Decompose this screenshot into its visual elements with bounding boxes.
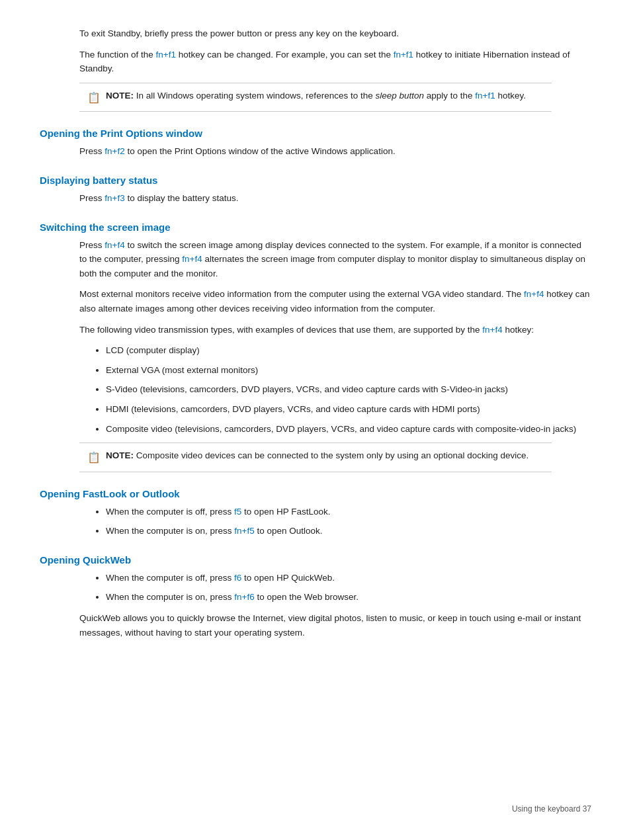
quickweb-bullets: When the computer is off, press f6 to op… — [40, 571, 591, 605]
fnf4-link-4[interactable]: fn+f4 — [482, 325, 502, 335]
note-text-3: hotkey. — [495, 91, 526, 101]
screen-image-para1: Press fn+f4 to switch the screen image a… — [40, 238, 591, 281]
list-item: External VGA (most external monitors) — [106, 363, 591, 378]
fnf2-link[interactable]: fn+f2 — [105, 146, 124, 156]
note-box-standby: 📋 NOTE: In all Windows operating system … — [79, 83, 552, 112]
qw-b1-2: to open HP QuickWeb. — [241, 573, 335, 583]
function-text: The function of the fn+f1 hotkey can be … — [40, 48, 591, 76]
battery-body-1: Press — [79, 193, 105, 203]
print-options-body: Press fn+f2 to open the Print Options wi… — [40, 144, 591, 159]
fl-b2-2: to open Outlook. — [255, 526, 323, 536]
print-body-1: Press — [79, 146, 105, 156]
fnf1-link-2[interactable]: fn+f1 — [394, 50, 413, 60]
function-text-1: The function of the — [79, 50, 156, 60]
note-italic: sleep button — [375, 91, 424, 101]
fl-b1-2: to open HP FastLook. — [241, 507, 330, 517]
si-p1-1: Press — [79, 240, 105, 250]
f6-link[interactable]: f6 — [234, 573, 241, 583]
si-p3-2: hotkey: — [503, 325, 534, 335]
print-body-2: to open the Print Options window of the … — [125, 146, 396, 156]
qw-b1-1: When the computer is off, press — [106, 573, 234, 583]
fastlook-bullets: When the computer is off, press f5 to op… — [40, 505, 591, 538]
standby-text: To exit Standby, briefly press the power… — [40, 26, 591, 41]
print-options-heading: Opening the Print Options window — [40, 128, 591, 139]
fastlook-heading: Opening FastLook or Outlook — [40, 488, 591, 499]
note-box-composite: 📋 NOTE: Composite video devices can be c… — [79, 442, 552, 472]
note-text-1: In all Windows operating system windows,… — [136, 91, 376, 101]
fl-b2-1: When the computer is on, press — [106, 526, 234, 536]
fastlook-bullet-2: When the computer is on, press fn+f5 to … — [106, 524, 591, 538]
qw-b2-2: to open the Web browser. — [255, 592, 358, 602]
fnf1-link-1[interactable]: fn+f1 — [156, 50, 176, 60]
list-item: LCD (computer display) — [106, 343, 591, 358]
note-icon: 📋 — [87, 89, 101, 106]
battery-heading: Displaying battery status — [40, 175, 591, 186]
fnf3-link[interactable]: fn+f3 — [105, 193, 124, 203]
screen-image-bullets: LCD (computer display)External VGA (most… — [40, 343, 591, 436]
list-item: S-Video (televisions, camcorders, DVD pl… — [106, 382, 591, 397]
si-p2-1: Most external monitors receive video inf… — [79, 289, 524, 299]
note-text-2: apply to the — [424, 91, 475, 101]
quickweb-para: QuickWeb allows you to quickly browse th… — [40, 611, 591, 640]
si-p3-1: The following video transmission types, … — [79, 325, 482, 335]
fastlook-bullet-1: When the computer is off, press f5 to op… — [106, 505, 591, 519]
fnf5-link[interactable]: fn+f5 — [234, 526, 254, 536]
list-item: Composite video (televisions, camcorders… — [106, 422, 591, 437]
screen-image-para2: Most external monitors receive video inf… — [40, 287, 591, 315]
note-label: NOTE: — [106, 91, 134, 101]
note-label-2: NOTE: — [106, 450, 134, 460]
quickweb-heading: Opening QuickWeb — [40, 554, 591, 566]
fnf4-link-1[interactable]: fn+f4 — [105, 240, 124, 250]
battery-body: Press fn+f3 to display the battery statu… — [40, 191, 591, 206]
fnf6-link[interactable]: fn+f6 — [234, 592, 254, 602]
fnf4-link-3[interactable]: fn+f4 — [524, 289, 544, 299]
qw-b2-1: When the computer is on, press — [106, 592, 234, 602]
screen-image-heading: Switching the screen image — [40, 222, 591, 233]
function-text-2: hotkey can be changed. For example, you … — [176, 50, 394, 60]
list-item: HDMI (televisions, camcorders, DVD playe… — [106, 402, 591, 417]
page-footer: Using the keyboard 37 — [512, 804, 591, 814]
fl-b1-1: When the computer is off, press — [106, 507, 234, 517]
quickweb-bullet-1: When the computer is off, press f6 to op… — [106, 571, 591, 585]
note-icon-2: 📋 — [87, 449, 101, 466]
f5-link[interactable]: f5 — [234, 507, 241, 517]
fnf1-note-link[interactable]: fn+f1 — [475, 91, 495, 101]
note-composite-content: NOTE: Composite video devices can be con… — [106, 448, 528, 463]
screen-image-para3: The following video transmission types, … — [40, 323, 591, 337]
fnf4-link-2[interactable]: fn+f4 — [182, 254, 202, 264]
battery-body-2: to display the battery status. — [125, 193, 239, 203]
quickweb-bullet-2: When the computer is on, press fn+f6 to … — [106, 590, 591, 605]
note-content: NOTE: In all Windows operating system wi… — [106, 89, 526, 103]
note-composite-text: Composite video devices can be connected… — [136, 450, 529, 460]
